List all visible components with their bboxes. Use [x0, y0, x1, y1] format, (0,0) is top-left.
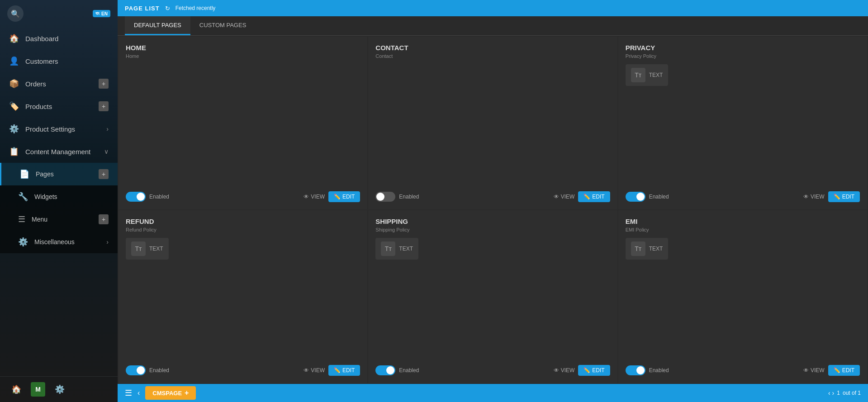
pages-add-button[interactable]: +	[99, 169, 109, 179]
text-block-label: TEXT	[399, 246, 413, 252]
view-button-privacy[interactable]: 👁 VIEW	[803, 194, 825, 200]
chevron-right-icon: ›	[106, 238, 109, 246]
pagination-next-icon[interactable]: ›	[832, 389, 835, 397]
eye-icon: 👁	[803, 367, 809, 374]
widgets-icon: 🔧	[18, 192, 28, 202]
edit-button-contact[interactable]: ✏️ EDIT	[578, 191, 610, 202]
sidebar-item-pages[interactable]: 📄 Pages +	[0, 163, 118, 185]
card-subtitle: Shipping Policy	[375, 227, 610, 232]
view-button-shipping[interactable]: 👁 VIEW	[554, 367, 575, 374]
language-switcher[interactable]: বাং EN	[93, 10, 110, 17]
edit-icon: ✏️	[834, 367, 840, 374]
card-footer: Enabled 👁 VIEW ✏️ EDIT	[126, 359, 360, 376]
sidebar-item-label: Pages	[36, 170, 92, 178]
edit-icon: ✏️	[834, 194, 840, 200]
page-card-home: HOME Home Enabled 👁 VIEW	[119, 37, 367, 209]
sidebar-item-menu[interactable]: ☰ Menu +	[0, 208, 118, 231]
enabled-label: Enabled	[649, 194, 669, 200]
card-title: EMI	[626, 218, 860, 225]
sidebar-item-miscellaneous[interactable]: ⚙️ Miscellaneous ›	[0, 231, 118, 253]
edit-button-refund[interactable]: ✏️ EDIT	[328, 365, 360, 376]
cmspage-button[interactable]: CMSPAGE +	[145, 386, 196, 400]
sidebar-item-orders[interactable]: 📦 Orders +	[0, 72, 118, 95]
home-footer-button[interactable]: 🏠	[9, 382, 24, 397]
orders-icon: 📦	[9, 79, 19, 89]
enabled-toggle-home[interactable]	[126, 192, 146, 202]
settings-footer-button[interactable]: ⚙️	[52, 382, 67, 397]
orders-add-button[interactable]: +	[99, 79, 109, 89]
sidebar-item-products[interactable]: 🏷️ Products +	[0, 95, 118, 118]
text-block-shipping: Tт TEXT	[375, 238, 418, 260]
enabled-toggle-shipping[interactable]	[375, 365, 395, 375]
sidebar-item-product-settings[interactable]: ⚙️ Product Settings ›	[0, 118, 118, 140]
view-button-refund[interactable]: 👁 VIEW	[304, 367, 325, 374]
edit-icon: ✏️	[583, 367, 590, 374]
sidebar-item-widgets[interactable]: 🔧 Widgets	[0, 185, 118, 208]
sidebar-item-content-management[interactable]: 📋 Content Management ∨	[0, 140, 118, 163]
cmspage-label: CMSPAGE	[152, 390, 182, 397]
edit-button-home[interactable]: ✏️ EDIT	[328, 191, 360, 202]
refresh-icon[interactable]: ↻	[165, 5, 170, 12]
toggle-wrap: Enabled	[626, 365, 669, 375]
text-block-icon: Tт	[131, 241, 146, 256]
view-button-contact[interactable]: 👁 VIEW	[554, 194, 575, 200]
toggle-wrap: Enabled	[375, 365, 419, 375]
menu-add-button[interactable]: +	[99, 214, 109, 224]
search-icon: 🔍	[11, 9, 20, 18]
enabled-toggle-refund[interactable]	[126, 365, 146, 375]
enabled-label: Enabled	[649, 367, 669, 374]
pagination-current: 1	[837, 390, 840, 396]
view-button-emi[interactable]: 👁 VIEW	[803, 367, 825, 374]
misc-icon: ⚙️	[18, 237, 28, 247]
text-block-label: TEXT	[649, 72, 663, 78]
page-list-label: PAGE LIST	[125, 5, 160, 12]
card-actions: 👁 VIEW ✏️ EDIT	[554, 365, 610, 376]
card-subtitle: Refund Policy	[126, 227, 360, 232]
text-block-privacy: Tт TEXT	[626, 64, 669, 86]
top-bar: PAGE LIST ↻ Fetched recently	[118, 0, 868, 16]
enabled-toggle-contact[interactable]	[375, 192, 395, 202]
page-card-contact: CONTACT Contact Enabled 👁 VIEW	[368, 37, 617, 209]
products-add-button[interactable]: +	[99, 101, 109, 111]
tab-default-pages[interactable]: DEFAULT PAGES	[125, 16, 190, 35]
sidebar-item-label: Widgets	[34, 193, 109, 200]
edit-button-privacy[interactable]: ✏️ EDIT	[828, 191, 860, 202]
pagination-info: ‹ › 1 out of 1	[828, 389, 861, 397]
card-actions: 👁 VIEW ✏️ EDIT	[304, 365, 360, 376]
tab-custom-pages[interactable]: CUSTOM PAGES	[190, 16, 256, 35]
pages-icon: 📄	[19, 169, 29, 179]
content-management-icon: 📋	[9, 147, 19, 156]
text-block-label: TEXT	[649, 246, 663, 252]
page-card-refund: REFUND Refund Policy Tт TEXT Enabled	[119, 210, 367, 383]
edit-button-shipping[interactable]: ✏️ EDIT	[578, 365, 610, 376]
eye-icon: 👁	[304, 367, 309, 374]
edit-button-emi[interactable]: ✏️ EDIT	[828, 365, 860, 376]
sidebar-item-customers[interactable]: 👤 Customers	[0, 50, 118, 72]
enabled-toggle-emi[interactable]	[626, 365, 645, 375]
sidebar-item-label: Product Settings	[25, 125, 100, 133]
hamburger-icon[interactable]: ☰	[125, 388, 132, 398]
sidebar-item-label: Customers	[25, 57, 109, 65]
sidebar-item-label: Miscellaneous	[34, 238, 100, 246]
page-card-shipping: SHIPPING Shipping Policy Tт TEXT Enabled	[368, 210, 617, 383]
sidebar-item-label: Content Management	[25, 148, 98, 156]
products-icon: 🏷️	[9, 101, 19, 111]
sidebar-item-dashboard[interactable]: 🏠 Dashboard	[0, 27, 118, 50]
pagination-arrows: ‹ ›	[828, 389, 834, 397]
store-footer-button[interactable]: M	[31, 382, 45, 397]
back-button[interactable]: ‹	[138, 389, 140, 397]
sidebar-item-label: Orders	[25, 80, 92, 88]
edit-icon: ✏️	[583, 194, 590, 200]
enabled-toggle-privacy[interactable]	[626, 192, 645, 202]
toggle-wrap: Enabled	[375, 192, 419, 202]
text-block-emi: Tт TEXT	[626, 238, 669, 260]
search-button[interactable]: 🔍	[7, 5, 24, 22]
sidebar-item-label: Dashboard	[25, 35, 109, 43]
card-title: REFUND	[126, 218, 360, 225]
card-title: SHIPPING	[375, 218, 610, 225]
pagination-prev-icon[interactable]: ‹	[828, 389, 830, 397]
card-subtitle: EMI Policy	[626, 227, 860, 232]
sidebar-item-label: Menu	[32, 216, 92, 223]
card-footer: Enabled 👁 VIEW ✏️ EDIT	[626, 359, 860, 376]
view-button-home[interactable]: 👁 VIEW	[304, 194, 325, 200]
